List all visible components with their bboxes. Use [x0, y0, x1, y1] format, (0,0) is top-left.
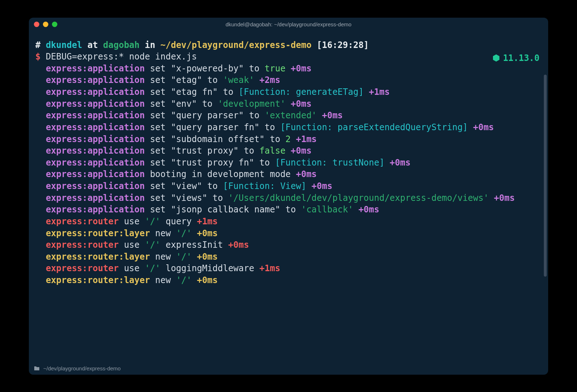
log-namespace: express:router:layer [46, 252, 150, 262]
log-segment: to [259, 122, 280, 132]
log-segment: set [145, 158, 171, 168]
log-namespace: express:router:layer [46, 228, 150, 238]
log-segment: '/' [145, 240, 160, 250]
prompt-user: dkundel [46, 40, 82, 50]
minimize-icon[interactable] [43, 22, 48, 27]
log-segment: set [145, 99, 171, 109]
log-segment: set [145, 193, 171, 203]
log-namespace: express:application [46, 134, 145, 144]
log-segment [364, 87, 369, 97]
log-segment [286, 63, 291, 74]
log-segment: "trust proxy fn" [171, 158, 254, 168]
log-segment: +2ms [259, 75, 280, 85]
log-segment: "jsonp callback name" [171, 204, 280, 215]
log-namespace: express:application [46, 193, 145, 203]
log-segment: use [119, 216, 145, 226]
log-segment: "x-powered-by" [171, 63, 244, 74]
log-segment: '/' [145, 216, 160, 226]
log-segment [192, 228, 197, 238]
log-namespace: express:application [46, 63, 145, 74]
prompt-cwd: ~/dev/playground/express-demo [160, 40, 312, 50]
log-segment: [Function: View] [223, 181, 306, 191]
scrollbar[interactable] [544, 75, 547, 277]
log-segment [291, 134, 296, 144]
log-segment: to [218, 87, 239, 97]
log-segment: set [145, 63, 171, 74]
log-namespace: express:router [46, 240, 119, 250]
log-segment [192, 275, 197, 285]
log-segment: 'weak' [223, 75, 254, 85]
log-segment: to [202, 181, 223, 191]
zoom-icon[interactable] [52, 22, 57, 27]
log-segment: +1ms [296, 134, 317, 144]
log-segment: set [145, 110, 171, 120]
prompt-dollar: $ [35, 52, 40, 62]
log-segment: [Function: parseExtendedQueryString] [280, 122, 468, 132]
statusbar: ~/dev/playground/express-demo [29, 362, 548, 375]
log-segment: to [280, 204, 301, 215]
log-namespace: express:application [46, 110, 145, 120]
node-version: 11.13.0 [503, 52, 539, 64]
log-segment: to [202, 75, 223, 85]
prompt-at: at [82, 40, 103, 50]
log-namespace: express:application [46, 87, 145, 97]
log-segment: '/' [176, 252, 191, 262]
log-segment: query [160, 216, 197, 226]
log-segment: +0ms [197, 228, 218, 238]
log-segment: "subdomain offset" [171, 134, 265, 144]
log-segment: expressInit [160, 240, 228, 250]
log-namespace: express:router [46, 263, 119, 273]
log-namespace: express:application [46, 146, 145, 156]
log-segment: [Function: trustNone] [275, 158, 384, 168]
log-segment [489, 193, 494, 203]
log-segment: new [150, 228, 176, 238]
traffic-lights [34, 22, 57, 27]
log-segment: +0ms [390, 158, 411, 168]
log-segment: "views" [171, 193, 207, 203]
prompt-in: in [140, 40, 160, 50]
log-segment: set [145, 134, 171, 144]
log-segment: +0ms [291, 63, 312, 74]
log-segment: new [150, 275, 176, 285]
log-segment: +0ms [197, 252, 218, 262]
log-segment: 'development' [218, 99, 286, 109]
log-segment: to [244, 63, 265, 74]
log-segment [286, 146, 291, 156]
log-segment: use [119, 263, 145, 273]
log-segment: +0ms [291, 146, 312, 156]
log-segment: set [145, 181, 171, 191]
log-segment: '/Users/dkundel/dev/playground/express-d… [228, 193, 489, 203]
log-segment: set [145, 204, 171, 215]
log-namespace: express:application [46, 158, 145, 168]
log-segment: to [239, 146, 260, 156]
node-version-badge: 11.13.0 [493, 52, 539, 64]
log-segment [468, 122, 473, 132]
log-segment: +0ms [322, 110, 343, 120]
log-segment: "etag fn" [171, 87, 218, 97]
log-namespace: express:router [46, 216, 119, 226]
log-segment: +0ms [473, 122, 494, 132]
log-segment [254, 75, 259, 85]
terminal-window: dkundel@dagobah: ~/dev/playground/expres… [29, 18, 548, 375]
close-icon[interactable] [34, 22, 39, 27]
log-segment: 'extended' [265, 110, 317, 120]
terminal-output[interactable]: # dkundel at dagobah in ~/dev/playground… [29, 31, 548, 362]
window-title: dkundel@dagobah: ~/dev/playground/expres… [29, 21, 548, 27]
log-lines: express:application set "x-powered-by" t… [35, 63, 515, 285]
log-segment: "trust proxy" [171, 146, 239, 156]
folder-icon [34, 366, 40, 371]
log-segment: +0ms [197, 275, 218, 285]
prompt-time: [16:29:28] [312, 40, 369, 50]
log-segment: +0ms [296, 169, 317, 179]
log-segment: loggingMiddleware [160, 263, 260, 273]
log-segment: set [145, 146, 171, 156]
statusbar-path: ~/dev/playground/express-demo [43, 365, 121, 371]
log-segment: +0ms [494, 193, 515, 203]
log-segment [306, 181, 311, 191]
log-segment: "etag" [171, 75, 202, 85]
log-namespace: express:application [46, 75, 145, 85]
log-segment: to [197, 99, 218, 109]
log-segment [192, 252, 197, 262]
log-segment: to [265, 134, 286, 144]
log-segment: 'callback' [301, 204, 353, 215]
